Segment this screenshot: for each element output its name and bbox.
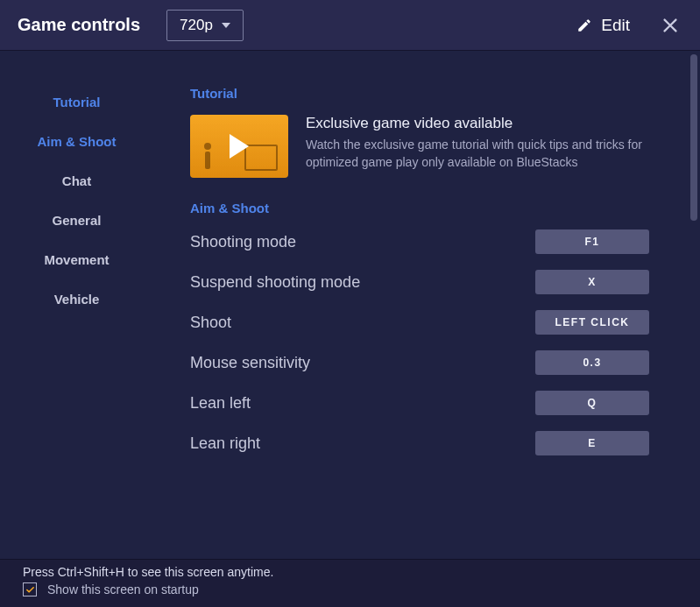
binding-label: Lean right	[190, 434, 260, 453]
binding-row-mouse-sensitivity: Mouse sensitivity 0.3	[190, 350, 649, 375]
binding-row-shooting-mode: Shooting mode F1	[190, 229, 649, 254]
show-on-startup-checkbox[interactable]	[23, 582, 37, 596]
show-on-startup-label[interactable]: Show this screen on startup	[47, 582, 199, 596]
key-binding[interactable]: E	[535, 431, 649, 455]
tutorial-heading: Exclusive game video available	[306, 115, 649, 132]
check-icon	[25, 585, 35, 595]
key-binding[interactable]: X	[535, 270, 649, 294]
edit-button[interactable]: Edit	[576, 16, 630, 35]
sensitivity-value[interactable]: 0.3	[535, 350, 649, 375]
tutorial-video-thumbnail[interactable]	[190, 115, 288, 178]
binding-label: Shooting mode	[190, 233, 296, 251]
tutorial-description: Watch the exclusive game tutorial with q…	[306, 136, 649, 172]
chevron-down-icon	[222, 23, 230, 28]
sidebar: Tutorial Aim & Shoot Chat General Moveme…	[0, 51, 153, 559]
close-button[interactable]	[654, 10, 686, 41]
footer: Press Ctrl+Shift+H to see this screen an…	[0, 559, 700, 607]
key-binding[interactable]: Q	[535, 391, 649, 415]
presentation-board-icon	[244, 145, 278, 171]
binding-label: Mouse sensitivity	[190, 354, 310, 372]
resolution-select[interactable]: 720p	[166, 10, 244, 41]
binding-label: Shoot	[190, 314, 231, 332]
footer-hint: Press Ctrl+Shift+H to see this screen an…	[23, 565, 689, 579]
section-title-tutorial: Tutorial	[190, 86, 684, 101]
key-binding[interactable]: LEFT CLICK	[535, 310, 649, 335]
pencil-icon	[576, 18, 592, 33]
section-title-aim-shoot: Aim & Shoot	[190, 201, 684, 215]
binding-label: Lean left	[190, 394, 251, 413]
sidebar-item-chat[interactable]: Chat	[62, 173, 91, 188]
key-binding[interactable]: F1	[535, 229, 649, 254]
play-icon	[230, 134, 249, 159]
sidebar-item-vehicle[interactable]: Vehicle	[54, 292, 100, 307]
sidebar-item-general[interactable]: General	[53, 213, 102, 228]
window-title: Game controls	[18, 15, 140, 35]
content-panel: Tutorial Exclusive game video available …	[153, 51, 700, 559]
binding-label: Suspend shooting mode	[190, 273, 360, 292]
presenter-icon	[204, 152, 211, 169]
sidebar-item-tutorial[interactable]: Tutorial	[53, 95, 101, 109]
binding-row-lean-left: Lean left Q	[190, 391, 649, 415]
resolution-value: 720p	[180, 17, 213, 34]
binding-row-lean-right: Lean right E	[190, 431, 649, 455]
close-icon	[661, 16, 680, 35]
scrollbar-thumb[interactable]	[690, 54, 697, 221]
sidebar-item-aim-shoot[interactable]: Aim & Shoot	[38, 134, 117, 149]
edit-label: Edit	[601, 16, 630, 35]
binding-row-shoot: Shoot LEFT CLICK	[190, 310, 649, 335]
binding-row-suspend-shooting: Suspend shooting mode X	[190, 270, 649, 294]
sidebar-item-movement[interactable]: Movement	[44, 252, 109, 267]
